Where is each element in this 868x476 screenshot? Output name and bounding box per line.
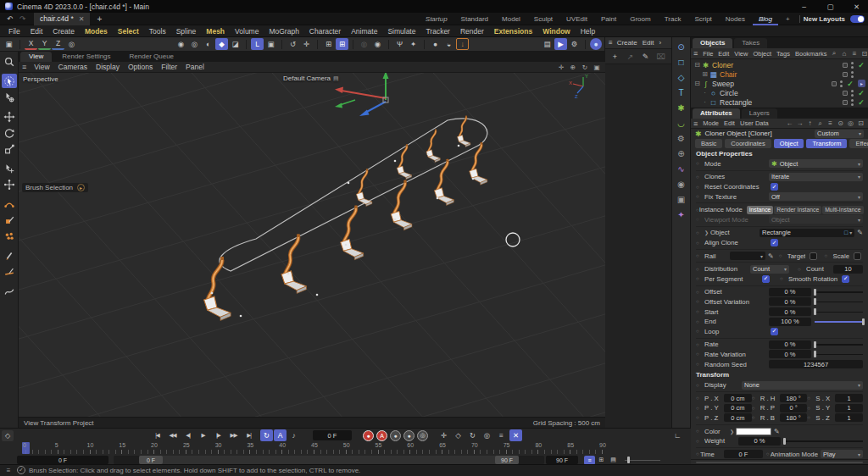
modeling-settings-icon[interactable]: ● — [429, 38, 442, 50]
goto-start-icon[interactable]: |◀ — [150, 429, 164, 441]
sweep-tag-icon[interactable]: ▸ — [858, 80, 865, 87]
enable-quantizing-icon[interactable]: ⊞ — [336, 38, 348, 50]
menu-mesh[interactable]: Mesh — [201, 27, 230, 36]
layout-tab-model[interactable]: Model — [496, 13, 526, 25]
slider[interactable] — [815, 297, 863, 306]
points-mode-icon[interactable]: ◉ — [175, 38, 187, 50]
chairlift-clone-4[interactable] — [204, 257, 231, 320]
menu-modes[interactable]: Modes — [80, 27, 113, 36]
viewport-menu-filter[interactable]: Filter — [157, 63, 181, 71]
menu-file[interactable]: File — [3, 27, 25, 36]
sheet-view-icon[interactable]: ⊞ — [596, 456, 607, 465]
generator-settings-icon[interactable]: ⚙ — [674, 131, 688, 145]
loop-playback-icon[interactable]: ↻ — [260, 429, 273, 441]
search-icon[interactable]: ⌕ — [829, 49, 838, 58]
visibility-dots[interactable] — [851, 62, 854, 69]
enable-grid-icon[interactable]: ⊞ — [322, 38, 335, 50]
anim-dot-icon[interactable]: ○ — [752, 415, 760, 420]
tweak-tool-icon[interactable] — [2, 90, 17, 104]
chairlift-clone-3[interactable] — [458, 116, 471, 147]
anim-dot-icon[interactable]: ○ — [696, 383, 704, 388]
display-dropdown[interactable]: None▾ — [742, 381, 863, 390]
layout-tab-nodes[interactable]: Nodes — [720, 13, 751, 25]
attr-tab-layers[interactable]: Layers — [742, 108, 777, 119]
nav-back-icon[interactable]: ← — [785, 119, 794, 128]
anim-dot-icon[interactable]: ○ — [696, 185, 704, 190]
timeline-zoom-slider[interactable] — [625, 456, 660, 464]
visibility-dots[interactable] — [851, 71, 854, 78]
set-keyframe-button[interactable]: ◇ — [2, 430, 14, 441]
add-item-icon[interactable]: + — [609, 51, 621, 63]
checkbox[interactable] — [810, 252, 817, 260]
slider[interactable] — [815, 318, 863, 326]
layer-chip[interactable] — [843, 63, 848, 68]
model-mode-icon[interactable]: ◆ — [215, 38, 228, 50]
tree-plus-icon[interactable]: ⊞ — [701, 70, 709, 78]
layer-chip[interactable] — [843, 100, 848, 105]
layer-chip[interactable] — [843, 91, 848, 96]
close-window-icon[interactable]: ✕ — [850, 1, 863, 13]
anim-dot-icon[interactable]: ○ — [696, 319, 704, 324]
checkbox[interactable]: ✓ — [771, 239, 778, 246]
create-menu-item[interactable]: › — [659, 39, 661, 47]
undo-icon[interactable]: ↶ — [3, 13, 16, 25]
minimize-window-icon[interactable]: – — [798, 1, 810, 13]
r-b-field[interactable]: 180 ° — [780, 413, 808, 422]
anim-dot-icon[interactable]: ○ — [752, 396, 760, 401]
hair-tool-icon[interactable]: ∿ — [674, 162, 688, 175]
fcurve-editor-icon[interactable]: ∟ — [671, 429, 684, 441]
menu-render[interactable]: Render — [455, 27, 489, 36]
current-frame-field[interactable]: 0 F — [313, 430, 352, 440]
animation-mode-dropdown[interactable]: Play▾ — [821, 450, 863, 458]
layout-tab-track[interactable]: Track — [659, 13, 687, 25]
keyframe-selection-icon[interactable]: ● — [390, 430, 401, 441]
pick-item-icon[interactable]: ✎ — [639, 51, 652, 63]
tool-options-icon[interactable]: ▸ — [77, 184, 85, 191]
eyedropper-icon[interactable]: ✎ — [768, 252, 774, 260]
anim-dot-icon[interactable]: ○ — [696, 217, 704, 222]
om-menu-file[interactable]: File — [700, 50, 715, 58]
visibility-dots[interactable] — [840, 80, 843, 87]
maximize-window-icon[interactable]: ▢ — [824, 1, 837, 13]
snap-off-icon[interactable]: ◎ — [358, 38, 370, 50]
status-menu-icon[interactable]: ≡ — [3, 466, 14, 475]
spline-arc-tool-icon[interactable] — [2, 196, 17, 211]
material-node-icon[interactable]: ✦ — [674, 208, 688, 221]
magnifier-tool-icon[interactable] — [2, 54, 17, 69]
menu-edit[interactable]: Edit — [25, 27, 48, 36]
range-start-handle[interactable]: 0 F — [139, 456, 163, 464]
lock-y-axis-icon[interactable]: Y — [38, 38, 51, 50]
p-z-field[interactable]: 0 cm — [724, 413, 752, 422]
section-tab-effectors[interactable]: Effectors — [849, 139, 868, 148]
snap-move-tool-icon[interactable] — [2, 177, 17, 191]
multi-instance-button[interactable]: Multi-Instance — [822, 206, 863, 214]
play-forward-icon[interactable]: ▶ — [196, 429, 210, 441]
checkbox[interactable]: ✓ — [842, 275, 849, 283]
create-menu-edit[interactable]: Edit — [643, 39, 654, 47]
attr-menu-user-data[interactable]: User Data — [737, 119, 771, 127]
tree-minus-icon[interactable]: ⊟ — [693, 61, 701, 69]
anim-dot-icon[interactable]: ○ — [696, 276, 704, 281]
object-row-chair[interactable]: ⊞▦Chair — [691, 69, 868, 79]
goto-end-icon[interactable]: ▶| — [242, 429, 256, 441]
chairlift-clone-1[interactable] — [397, 144, 411, 179]
redo-icon[interactable]: ↷ — [16, 13, 29, 25]
anim-dot-icon[interactable]: ○ — [696, 439, 704, 444]
layout-tab-groom[interactable]: Groom — [624, 13, 656, 25]
previous-key-icon[interactable]: ◀◀ — [165, 429, 180, 441]
menu-window[interactable]: Window — [537, 27, 576, 36]
instance-button[interactable]: Instance — [747, 206, 774, 214]
random-seed-field[interactable]: 1234567 — [769, 360, 863, 368]
anim-dot-icon[interactable]: ○ — [696, 429, 704, 434]
om-menu-bookmarks[interactable]: Bookmarks — [793, 50, 830, 58]
section-tab-basic[interactable]: Basic — [695, 139, 722, 148]
anim-dot-icon[interactable]: ○ — [696, 267, 704, 272]
expand-arrow-icon[interactable]: ❯ — [704, 230, 709, 235]
anim-dot-icon[interactable]: ○ — [696, 351, 704, 357]
new-window-icon[interactable]: ⊡ — [860, 49, 868, 58]
anim-dot-icon[interactable]: ○ — [696, 290, 704, 295]
viewport-menu-options[interactable]: Options — [124, 63, 157, 71]
anim-dot-icon[interactable]: ○ — [696, 342, 704, 347]
checkbox[interactable] — [854, 252, 861, 260]
layout-tab-blog[interactable]: Blog — [753, 13, 778, 25]
